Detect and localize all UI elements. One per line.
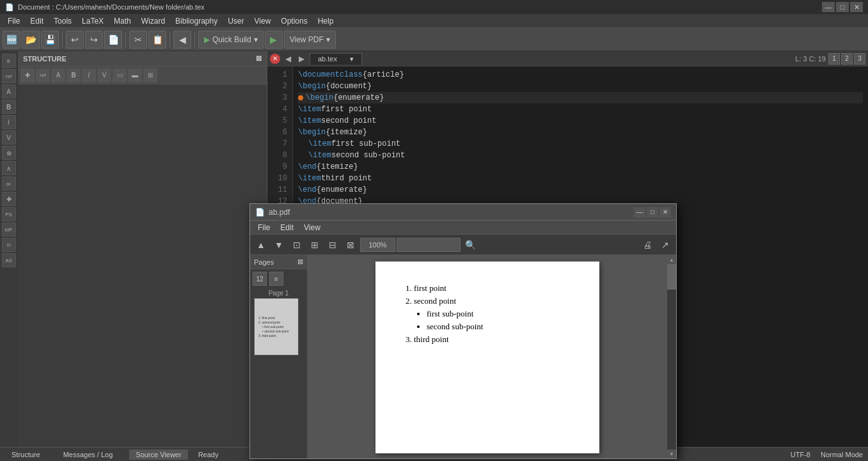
menu-help[interactable]: Help: [313, 15, 339, 27]
page-thumbnail-container[interactable]: Page 1 1. first point 2. second point • …: [250, 288, 307, 356]
sidebar-icon-6[interactable]: V: [2, 130, 16, 145]
separator-2: [125, 32, 126, 47]
structure-tb-bold[interactable]: B: [67, 68, 81, 82]
structure-tb-ref[interactable]: ref: [36, 68, 50, 82]
sidebar-icon-4[interactable]: B: [2, 100, 16, 114]
menu-user[interactable]: User: [223, 15, 249, 27]
file-tab[interactable]: ab.tex ▾: [310, 53, 362, 65]
code-line-9: \end{itemize}: [298, 161, 863, 173]
structure-tb-a[interactable]: A: [51, 68, 65, 82]
status-tab-messages[interactable]: Messages / Log: [57, 449, 120, 460]
pdf-pages-title: Pages: [254, 258, 274, 266]
sidebar-icon-2[interactable]: ref: [2, 69, 16, 83]
structure-tb-block2[interactable]: ▬: [128, 68, 142, 82]
pdf-scroll-track[interactable]: [667, 264, 676, 449]
sidebar-icon-8[interactable]: ∧: [2, 161, 16, 175]
undo-button[interactable]: ↩: [66, 31, 84, 49]
pdf-menu-edit[interactable]: Edit: [275, 222, 299, 233]
sidebar-icon-mp[interactable]: MP: [2, 223, 16, 237]
menu-math[interactable]: Math: [109, 15, 136, 27]
pdf-share-button[interactable]: ↗: [657, 237, 674, 253]
encoding-label: UTF-8: [791, 451, 810, 458]
open-button[interactable]: 📂: [22, 31, 40, 49]
menu-bibliography[interactable]: Bibliography: [170, 15, 223, 27]
view-pdf-dropdown-arrow[interactable]: ▾: [326, 35, 330, 44]
structure-tb-add[interactable]: ✚: [20, 68, 35, 82]
sidebar-icon-ti[interactable]: TI: [2, 238, 16, 252]
pdf-fit-custom-button[interactable]: ⊟: [324, 237, 341, 253]
sidebar-icon-5[interactable]: I: [2, 115, 16, 129]
tab-number-buttons: 1 2 3: [828, 53, 865, 65]
pdf-scroll-thumb[interactable]: [667, 264, 676, 290]
quick-build-button[interactable]: ▶ Quick Build ▾: [198, 31, 264, 49]
structure-tb-block[interactable]: ▭: [113, 68, 127, 82]
separator-4: [194, 32, 195, 47]
menu-options[interactable]: Options: [276, 15, 312, 27]
new-button[interactable]: 🆕: [3, 31, 20, 49]
separator-1: [62, 32, 63, 47]
sidebar-icon-3[interactable]: A: [2, 84, 16, 98]
menu-view[interactable]: View: [249, 15, 276, 27]
left-arrow-button[interactable]: ◀: [173, 31, 191, 49]
sidebar-icon-as[interactable]: AS: [2, 253, 16, 267]
pdf-menu-view[interactable]: View: [299, 222, 326, 233]
copy-doc-button[interactable]: 📄: [104, 31, 122, 49]
pdf-print-button[interactable]: 🖨: [639, 237, 656, 253]
sidebar-icon-1[interactable]: ≡: [2, 54, 16, 68]
run-button[interactable]: ▶: [265, 31, 283, 49]
sidebar-icon-7[interactable]: ⊕: [2, 146, 16, 160]
quick-build-dropdown-arrow[interactable]: ▾: [254, 35, 258, 44]
sidebar-icon-10[interactable]: ✚: [2, 192, 16, 206]
menu-edit[interactable]: Edit: [25, 15, 49, 27]
menu-latex[interactable]: LaTeX: [77, 15, 109, 27]
menu-wizard[interactable]: Wizard: [136, 15, 170, 27]
zoom-input[interactable]: [360, 238, 395, 252]
tab-num-3[interactable]: 3: [854, 53, 865, 65]
nav-forward-button[interactable]: ▶: [296, 54, 307, 63]
pdf-next-page-button[interactable]: ▼: [271, 237, 287, 253]
pdf-scrollbar[interactable]: ▲ ▼: [667, 255, 676, 458]
pdf-search-input[interactable]: [397, 238, 461, 252]
pdf-fit-width-button[interactable]: ⊞: [306, 237, 323, 253]
view-pdf-button[interactable]: View PDF ▾: [284, 31, 336, 49]
cut-button[interactable]: ✂: [129, 31, 147, 49]
page-1-thumbnail[interactable]: 1. first point 2. second point • first s…: [254, 298, 299, 356]
nav-back-button[interactable]: ◀: [283, 54, 294, 63]
menu-file[interactable]: File: [3, 15, 25, 27]
pdf-menu-file[interactable]: File: [253, 222, 275, 233]
pdf-content-area: first point second point first sub-point…: [308, 255, 667, 458]
redo-button[interactable]: ↪: [85, 31, 103, 49]
maximize-button[interactable]: □: [836, 2, 849, 12]
file-tab-dropdown[interactable]: ▾: [350, 55, 354, 63]
structure-close-icon[interactable]: ⊠: [256, 54, 262, 63]
minimize-button[interactable]: —: [822, 2, 835, 12]
pdf-list-item-3: third point: [414, 334, 574, 345]
structure-tb-v[interactable]: V: [97, 68, 111, 82]
pdf-sub-list: first sub-point second sub-point: [427, 309, 574, 332]
pdf-scroll-down[interactable]: ▼: [667, 449, 676, 458]
editor-close-icon[interactable]: ✕: [270, 54, 280, 64]
menu-tools[interactable]: Tools: [49, 15, 77, 27]
pdf-close-button[interactable]: ✕: [659, 207, 671, 217]
file-tab-name: ab.tex: [318, 55, 337, 63]
tab-num-2[interactable]: 2: [841, 53, 853, 65]
pdf-pages-close[interactable]: ⊠: [297, 258, 303, 266]
pdf-minimize-button[interactable]: —: [634, 207, 645, 217]
status-tab-structure[interactable]: Structure: [5, 449, 47, 460]
pdf-zoom-out-button[interactable]: ⊠: [342, 237, 359, 253]
pdf-scroll-up[interactable]: ▲: [667, 255, 676, 264]
sidebar-icon-9[interactable]: ∞: [2, 176, 16, 191]
pdf-prev-page-button[interactable]: ▲: [253, 237, 269, 253]
code-line-3: \begin{enumerate}: [298, 92, 863, 104]
tab-num-1[interactable]: 1: [828, 53, 840, 65]
status-tab-source-viewer[interactable]: Source Viewer: [129, 449, 187, 460]
close-button[interactable]: ✕: [850, 2, 863, 12]
save-button[interactable]: 💾: [41, 31, 59, 49]
paste-button[interactable]: 📋: [148, 31, 166, 49]
pdf-maximize-button[interactable]: □: [647, 207, 658, 217]
structure-tb-italic[interactable]: I: [82, 68, 96, 82]
sidebar-icon-ps[interactable]: PS: [2, 207, 16, 221]
pdf-search-button[interactable]: 🔍: [462, 237, 478, 253]
pdf-fit-page-button[interactable]: ⊡: [288, 237, 305, 253]
structure-tb-plus[interactable]: ⊞: [143, 68, 157, 82]
